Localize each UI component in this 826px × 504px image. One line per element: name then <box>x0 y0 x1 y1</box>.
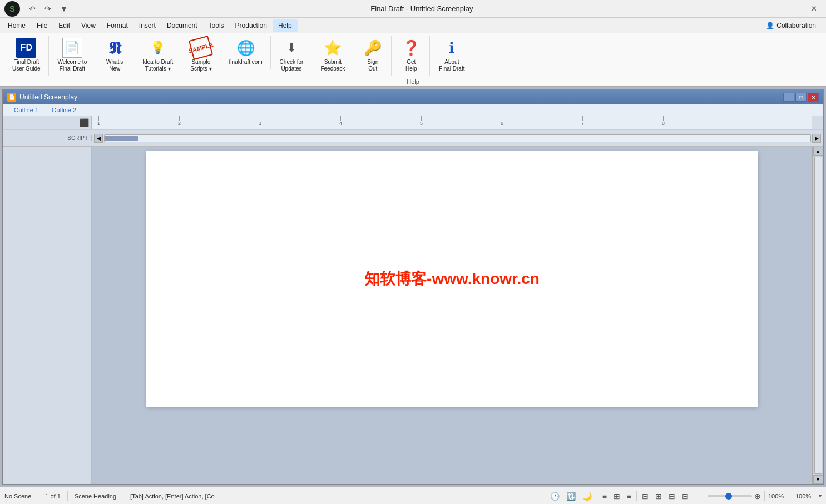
page-label: 1 of 1 <box>45 493 61 500</box>
zoom-in-button[interactable]: ⊕ <box>754 492 761 501</box>
new-icon: 𝕹 <box>105 38 125 58</box>
expand-icon[interactable]: ⊟ <box>680 491 690 501</box>
zoom-track[interactable] <box>708 495 752 497</box>
menu-file[interactable]: File <box>31 19 53 32</box>
ruler-mark-5: 5 <box>420 116 423 126</box>
ruler-mark-6: 6 <box>501 116 503 126</box>
menu-document[interactable]: Document <box>161 19 203 32</box>
page-area: 知软博客-www.knowr.cn <box>146 151 758 407</box>
idea-to-draft-button[interactable]: 💡 Idea to DraftTutorials ▾ <box>139 37 176 73</box>
vscroll-up-arrow[interactable]: ▲ <box>813 147 823 156</box>
zoom-out-button[interactable]: — <box>698 492 705 501</box>
tab-outline1[interactable]: Outline 1 <box>7 106 45 116</box>
collaboration-button[interactable]: 👤 Collaboration <box>760 20 822 31</box>
quick-access-button[interactable]: ▼ <box>57 3 71 14</box>
vscroll-track[interactable] <box>814 157 822 474</box>
ribbon: FD Final DraftUser Guide 📄 Welcome toFin… <box>0 33 826 87</box>
menu-bar: Home File Edit View Format Insert Docume… <box>0 18 826 33</box>
inner-titlebar: 📄 Untitled Screenplay — □ ✕ <box>3 90 823 104</box>
zoom-dropdown-arrow[interactable]: ▾ <box>819 493 822 499</box>
submit-feedback-button[interactable]: ⭐ SubmitFeedback <box>317 37 348 73</box>
script-canvas[interactable]: 知软博客-www.knowr.cn <box>92 147 812 484</box>
ribbon-group-welcome: 📄 Welcome toFinal Draft <box>50 36 96 76</box>
scene-label: No Scene <box>4 493 31 500</box>
collapse-icon[interactable]: ⊟ <box>667 491 677 501</box>
redo-button[interactable]: ↷ <box>41 3 55 14</box>
info-icon: ℹ <box>442 38 462 58</box>
page-status: 1 of 1 <box>45 493 61 500</box>
menu-production[interactable]: Production <box>230 19 273 32</box>
menu-insert[interactable]: Insert <box>133 19 161 32</box>
fd-user-guide-button[interactable]: FD Final DraftUser Guide <box>9 37 44 73</box>
sample-scripts-button[interactable]: SAMPLE SampleScripts ▾ <box>187 37 215 73</box>
menu-home[interactable]: Home <box>2 19 31 32</box>
document-container: 📄 Untitled Screenplay — □ ✕ Outline 1 Ou… <box>0 87 826 487</box>
minimize-button[interactable]: — <box>773 3 788 15</box>
minus-icon[interactable]: ⊟ <box>640 491 650 501</box>
list-icon[interactable]: ≡ <box>625 491 633 501</box>
tabs-area: Outline 1 Outline 2 <box>3 104 823 116</box>
title-bar-right: — □ ✕ <box>773 3 822 15</box>
vertical-scrollbar: ▲ ▼ <box>812 147 823 484</box>
welcome-button[interactable]: 📄 Welcome toFinal Draft <box>55 37 91 73</box>
document-icon: 📄 <box>7 93 16 102</box>
maximize-button[interactable]: □ <box>789 3 805 15</box>
inner-window: 📄 Untitled Screenplay — □ ✕ Outline 1 Ou… <box>2 89 824 485</box>
app-logo: S <box>4 1 20 17</box>
ruler-mark-3: 3 <box>259 116 261 126</box>
get-help-label: GetHelp <box>405 59 417 72</box>
menu-tools[interactable]: Tools <box>203 19 230 32</box>
hscroll-right-arrow[interactable]: ▶ <box>812 134 821 143</box>
status-icons: 🕐 🔃 🌙 ≡ ⊞ ≡ ⊟ ⊞ ⊟ ⊟ — ⊕ 100% 100% ▾ <box>548 491 822 501</box>
title-bar: S ↶ ↷ ▼ Final Draft - Untitled Screenpla… <box>0 0 826 18</box>
menu-format[interactable]: Format <box>101 19 133 32</box>
user-icon: 👤 <box>766 22 774 29</box>
ruler-sidebar: ⬛ <box>3 116 92 129</box>
grid-icon[interactable]: ⊞ <box>612 491 622 501</box>
finaldraft-com-button[interactable]: 🌐 finaldraft.com <box>226 37 266 67</box>
hscroll-track[interactable] <box>104 134 811 142</box>
whats-new-button[interactable]: 𝕹 What'sNew <box>101 37 128 73</box>
menu-edit[interactable]: Edit <box>53 19 76 32</box>
history-icon[interactable]: 🕐 <box>548 491 561 501</box>
inner-close-button[interactable]: ✕ <box>808 93 819 102</box>
help-circle-icon: ❓ <box>401 38 421 58</box>
separator-4 <box>597 491 597 501</box>
zoom-thumb[interactable] <box>725 493 732 500</box>
sync-icon[interactable]: 🔃 <box>565 491 577 501</box>
idea-icon: 💡 <box>148 38 168 58</box>
ruler-area: ⬛ 1 2 3 4 5 6 7 8 <box>3 116 823 130</box>
ruler-mark-2: 2 <box>178 116 181 126</box>
hscroll-thumb[interactable] <box>105 136 138 141</box>
inner-maximize-button[interactable]: □ <box>795 93 807 102</box>
get-help-button[interactable]: ❓ GetHelp <box>397 37 425 73</box>
separator-3 <box>123 491 123 501</box>
hscroll-left-arrow[interactable]: ◀ <box>94 134 103 143</box>
inner-minimize-button[interactable]: — <box>783 93 794 102</box>
ribbon-group-sample: SAMPLE SampleScripts ▾ <box>182 36 220 76</box>
menu-help[interactable]: Help <box>273 19 298 32</box>
check-updates-button[interactable]: ⬇ Check forUpdates <box>276 37 307 73</box>
ruler-mark-7: 7 <box>581 116 584 126</box>
align-icon[interactable]: ≡ <box>601 491 609 501</box>
about-label: AboutFinal Draft <box>439 59 464 72</box>
close-button[interactable]: ✕ <box>806 3 822 15</box>
menu-view[interactable]: View <box>76 19 101 32</box>
main-script-area: 知软博客-www.knowr.cn ▲ ▼ <box>3 147 823 484</box>
fd-icon: FD <box>16 38 36 58</box>
globe-icon: 🌐 <box>236 38 256 58</box>
separator-1 <box>38 491 38 501</box>
night-icon[interactable]: 🌙 <box>581 491 593 501</box>
plus-icon-2[interactable]: ⊞ <box>654 491 664 501</box>
about-button[interactable]: ℹ AboutFinal Draft <box>436 37 468 73</box>
key-icon: 🔑 <box>363 38 383 58</box>
vscroll-down-arrow[interactable]: ▼ <box>813 475 823 484</box>
inner-titlebar-right: — □ ✕ <box>783 93 819 102</box>
inner-title-text: Untitled Screenplay <box>19 93 77 101</box>
sign-out-button[interactable]: 🔑 SignOut <box>359 37 387 73</box>
separator-7 <box>764 491 765 501</box>
welcome-icon: 📄 <box>62 38 82 58</box>
scene-status: No Scene <box>4 493 31 500</box>
undo-button[interactable]: ↶ <box>26 3 39 14</box>
tab-outline2[interactable]: Outline 2 <box>45 106 83 116</box>
